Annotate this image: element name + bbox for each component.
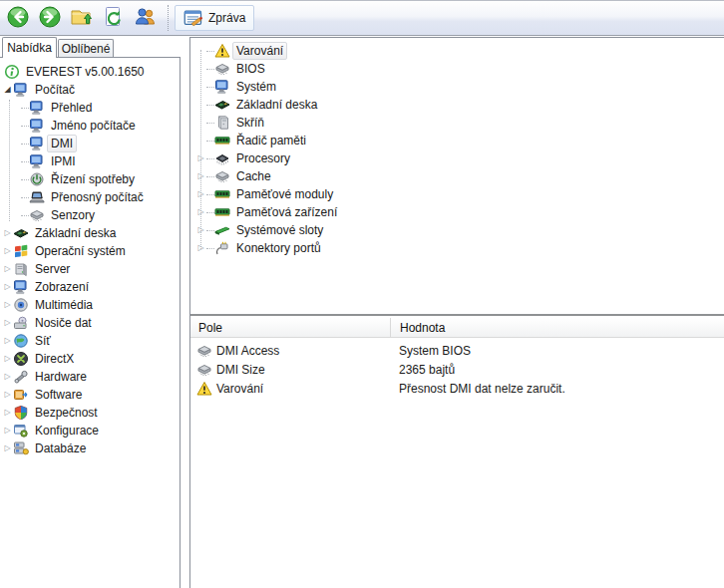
device-list-item[interactable]: BIOS <box>190 60 724 78</box>
field-name: DMI Access <box>216 344 279 358</box>
tree-item-label: Nosiče dat <box>31 314 96 332</box>
port-icon <box>214 240 230 256</box>
expand-arrow[interactable]: ▷ <box>2 386 13 404</box>
tree-item[interactable]: ▷ Databáze <box>0 440 180 457</box>
tree-item-label: Přehled <box>47 99 96 117</box>
expand-arrow[interactable]: ▷ <box>2 422 13 440</box>
expand-arrow[interactable]: ▷ <box>2 350 13 368</box>
tree-item-label: Jméno počítače <box>47 117 140 135</box>
table-row[interactable]: DMI Size 2365 bajtů <box>190 360 724 379</box>
tree-item[interactable]: ▷ Software <box>0 386 180 404</box>
device-item-label: Varování <box>232 42 287 60</box>
tree-item[interactable]: ▷ Bezpečnost <box>0 404 180 422</box>
tree-item-label: Přenosný počítač <box>47 188 148 206</box>
device-list-item[interactable]: ▷ Cache <box>190 167 724 185</box>
tree-connector <box>21 126 29 127</box>
tree-item[interactable]: IPMI <box>0 152 180 170</box>
config-icon <box>13 423 29 439</box>
tree-item[interactable]: Přehled <box>0 99 180 117</box>
device-list-item[interactable]: Varování <box>190 42 724 60</box>
device-item-label: Cache <box>232 167 275 185</box>
tree-item[interactable]: EVEREST v5.00.1650 <box>0 63 180 81</box>
hardware-icon <box>13 369 29 385</box>
field-value: 2365 bajtů <box>390 363 455 377</box>
expand-arrow[interactable]: ◢ <box>2 81 13 99</box>
tree-connector <box>21 144 29 145</box>
device-list-item[interactable]: Řadič paměti <box>190 132 724 149</box>
expand-arrow[interactable]: ▷ <box>195 239 206 257</box>
device-list-item[interactable]: Základní deska <box>190 96 724 114</box>
tab-menu[interactable]: Nabídka <box>2 37 57 58</box>
expand-arrow[interactable]: ▷ <box>195 221 206 239</box>
expand-arrow[interactable]: ▷ <box>2 278 13 296</box>
toolbar-button[interactable] <box>68 4 96 32</box>
tree-connector <box>21 179 29 180</box>
device-item-label: Základní deska <box>232 96 321 114</box>
device-list-panel: Varování BIOS Systém Základní deska <box>190 38 724 257</box>
tree-item[interactable]: Senzory <box>0 206 180 224</box>
expand-arrow[interactable]: ▷ <box>195 203 206 221</box>
device-list-item[interactable]: ▷ Systémové sloty <box>190 221 724 239</box>
tree-item-label: Síť <box>31 332 55 350</box>
tree-item[interactable]: ▷ Multimédia <box>0 296 180 314</box>
toolbar-button[interactable] <box>4 4 32 32</box>
column-header-value[interactable]: Hodnota <box>390 318 724 337</box>
network-icon <box>13 333 29 349</box>
tree-item[interactable]: ◢ Počítač <box>0 81 180 99</box>
device-list-item[interactable]: Skříň <box>190 114 724 132</box>
horizontal-splitter[interactable] <box>190 314 724 317</box>
tree-item[interactable]: ▷ Operační systém <box>0 242 180 260</box>
device-list-item[interactable]: ▷ Konektory portů <box>190 239 724 257</box>
device-list-item[interactable]: ▷ Paměťová zařízení <box>190 203 724 221</box>
chip-icon <box>196 362 212 378</box>
tree-item[interactable]: ▷ Zobrazení <box>0 278 180 296</box>
storage-icon <box>13 315 29 331</box>
tree-item[interactable]: ▷ Hardware <box>0 368 180 386</box>
tab-favorites[interactable]: Oblíbené <box>58 39 114 58</box>
tree-item[interactable]: ▷ Konfigurace <box>0 422 180 440</box>
expand-arrow[interactable]: ▷ <box>2 314 13 332</box>
sidebar-tree: EVEREST v5.00.1650 ◢ Počítač Přehled Jmé… <box>0 63 180 457</box>
table-row[interactable]: DMI Access System BIOS <box>190 341 724 360</box>
device-list-item[interactable]: Systém <box>190 78 724 96</box>
list-connector <box>206 123 214 124</box>
info-icon <box>4 64 20 80</box>
expand-arrow[interactable]: ▷ <box>195 167 206 185</box>
tree-item[interactable]: ▷ Nosiče dat <box>0 314 180 332</box>
field-name: DMI Size <box>216 363 265 377</box>
expand-arrow[interactable]: ▷ <box>2 404 13 422</box>
toolbar-button[interactable] <box>132 4 160 32</box>
device-item-label: Systémové sloty <box>232 221 327 239</box>
expand-arrow[interactable]: ▷ <box>195 149 206 167</box>
tree-item[interactable]: ▷ Server <box>0 260 180 278</box>
tree-item[interactable]: DMI <box>0 135 180 152</box>
column-header-field[interactable]: Pole <box>190 321 390 335</box>
panel-splitter[interactable] <box>181 57 189 588</box>
expand-arrow[interactable]: ▷ <box>2 296 13 314</box>
device-list-item[interactable]: ▷ Procesory <box>190 149 724 167</box>
expand-arrow[interactable]: ▷ <box>2 368 13 386</box>
tree-item[interactable]: Řízení spotřeby <box>0 170 180 188</box>
tree-item[interactable]: ▷ DirectX <box>0 350 180 368</box>
detail-table-header: Pole Hodnota <box>190 318 724 338</box>
toolbar-button[interactable] <box>36 4 64 32</box>
toolbar-button[interactable] <box>100 4 128 32</box>
device-item-label: Paměťové moduly <box>232 185 337 203</box>
table-row[interactable]: Varování Přesnost DMI dat nelze zaručit. <box>190 379 724 398</box>
expand-arrow[interactable]: ▷ <box>195 185 206 203</box>
expand-arrow[interactable]: ▷ <box>2 332 13 350</box>
tree-item[interactable]: ▷ Síť <box>0 332 180 350</box>
expand-arrow[interactable]: ▷ <box>2 242 13 260</box>
report-button[interactable]: Zpráva <box>175 5 254 31</box>
directx-icon <box>13 351 29 367</box>
expand-arrow[interactable]: ▷ <box>2 440 13 457</box>
device-list-item[interactable]: ▷ Paměťové moduly <box>190 185 724 203</box>
server-icon <box>13 261 29 277</box>
tree-item[interactable]: Přenosný počítač <box>0 188 180 206</box>
expand-arrow[interactable]: ▷ <box>2 260 13 278</box>
ram-icon <box>214 204 230 220</box>
list-connector <box>206 141 214 142</box>
expand-arrow[interactable]: ▷ <box>2 224 13 242</box>
tree-item[interactable]: ▷ Základní deska <box>0 224 180 242</box>
tree-item[interactable]: Jméno počítače <box>0 117 180 135</box>
